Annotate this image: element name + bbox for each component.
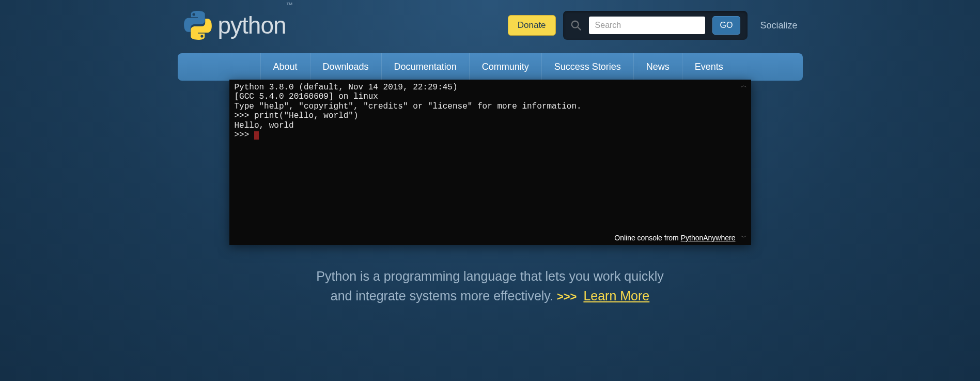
console-line: Python 3.8.0 (default, Nov 14 2019, 22:2… xyxy=(235,83,746,92)
console-line: Type "help", "copyright", "credits" or "… xyxy=(235,102,746,111)
nav-events[interactable]: Events xyxy=(682,53,803,81)
nav-documentation[interactable]: Documentation xyxy=(381,53,469,81)
nav-about[interactable]: About xyxy=(260,53,310,81)
console-line: >>> print("Hello, world") xyxy=(235,111,746,120)
logo[interactable]: python™ xyxy=(183,10,292,40)
learn-more-link[interactable]: Learn More xyxy=(583,288,649,303)
python-logo-icon xyxy=(183,10,213,40)
nav-news[interactable]: News xyxy=(633,53,682,81)
svg-line-1 xyxy=(577,27,580,30)
console-prompt[interactable]: >>> xyxy=(235,130,746,140)
search-icon xyxy=(570,20,582,31)
search-input[interactable] xyxy=(589,17,705,34)
console-line: [GCC 5.4.0 20160609] on linux xyxy=(235,92,746,101)
console-footer: Online console from PythonAnywhere xyxy=(614,234,735,242)
scroll-up-icon: ︿ xyxy=(741,83,747,90)
socialize-link[interactable]: Socialize xyxy=(755,20,802,31)
interactive-console[interactable]: ︿ Python 3.8.0 (default, Nov 14 2019, 22… xyxy=(229,80,751,245)
svg-point-0 xyxy=(571,21,578,28)
pythonanywhere-link[interactable]: PythonAnywhere xyxy=(681,234,736,242)
nav-downloads[interactable]: Downloads xyxy=(310,53,381,81)
donate-button[interactable]: Donate xyxy=(508,15,556,36)
main-nav: About Downloads Documentation Community … xyxy=(178,53,803,81)
scroll-down-icon: ﹀ xyxy=(741,235,747,242)
header: python™ Donate GO Socialize xyxy=(178,0,803,48)
nav-success-stories[interactable]: Success Stories xyxy=(541,53,633,81)
chevrons-icon: >>> xyxy=(557,290,577,303)
search-wrap: GO xyxy=(563,11,748,40)
tagline: Python is a programming language that le… xyxy=(178,267,803,306)
go-button[interactable]: GO xyxy=(712,16,741,35)
console-line: Hello, world xyxy=(235,121,746,130)
cursor-icon xyxy=(254,131,259,140)
nav-community[interactable]: Community xyxy=(469,53,541,81)
logo-text: python™ xyxy=(218,11,292,39)
